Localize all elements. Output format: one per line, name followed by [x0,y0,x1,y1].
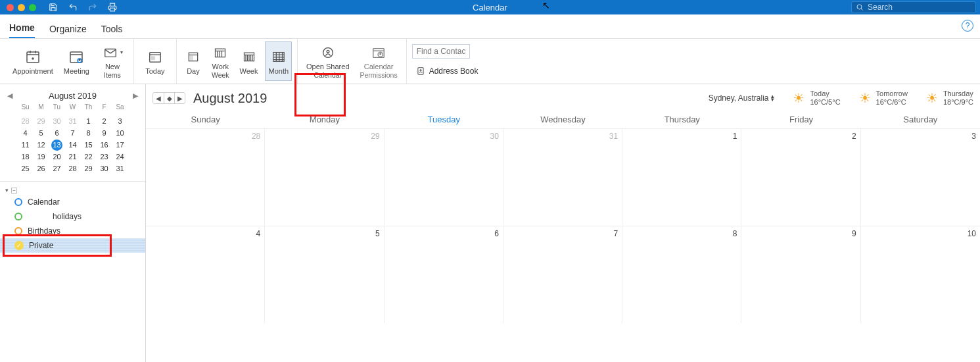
calendar-cell[interactable]: 2 [741,128,860,226]
maximize-window[interactable] [29,4,36,11]
search-input[interactable] [866,2,965,13]
print-icon[interactable] [107,2,118,13]
new-items-button[interactable]: ▾ New Items [97,41,128,81]
calendar-cell[interactable]: 7 [503,226,622,323]
mini-day[interactable]: 1 [81,115,97,127]
mini-day[interactable]: 5 [34,127,49,139]
week-view-button[interactable]: Week [237,41,262,81]
weather-location[interactable]: Sydney, Australia▴▾ [709,93,775,103]
weather-day[interactable]: ☀Today16°C/5°C [793,90,840,107]
mini-next-month[interactable]: ▶ [131,91,140,100]
meeting-button[interactable]: Meeting [60,41,93,81]
calendar-list-item[interactable]: Birthdays [0,224,145,238]
weather-day[interactable]: ☀Tomorrow16°C/6°C [859,90,908,107]
month-today-dot[interactable]: ◆ [164,93,174,103]
tab-organize[interactable]: Organize [49,24,87,38]
month-view-button[interactable]: Month [265,41,292,81]
mini-day[interactable]: 26 [34,163,49,174]
mini-day[interactable]: 18 [18,151,34,163]
day-view-button[interactable]: Day [182,41,204,81]
mini-day[interactable]: 31 [112,163,128,174]
mini-day[interactable]: 13 [49,139,65,151]
mini-day[interactable]: 27 [49,163,65,174]
mini-day[interactable]: 12 [34,139,49,151]
calendar-group-toggle[interactable]: ▾− [0,186,145,195]
calendar-cell[interactable]: 8 [622,226,741,323]
calendar-cell[interactable]: 4 [146,226,265,323]
mini-day[interactable]: 28 [65,163,81,174]
calendar-list-item[interactable]: holidays [0,209,145,224]
calendar-list-item[interactable]: ✓Private [0,238,145,253]
calendar-cell[interactable]: 28 [146,128,265,226]
tab-home[interactable]: Home [9,22,35,38]
calendar-cell[interactable]: 31 [503,128,622,226]
open-shared-calendar-button[interactable]: Open Shared Calendar [303,41,352,81]
cell-date: 31 [507,132,618,141]
mini-day[interactable]: 22 [81,151,97,163]
cell-date: 8 [626,229,737,238]
mini-day[interactable]: 15 [81,139,97,151]
mini-day[interactable]: 29 [34,115,49,127]
search-box[interactable] [851,1,976,13]
today-button[interactable]: Today [139,41,171,81]
calendar-cell[interactable]: 6 [385,226,503,323]
title-bar: Calendar ↖ [0,0,980,14]
close-window[interactable] [7,4,14,11]
envelope-icon [102,45,119,60]
window-controls [0,4,36,11]
svg-point-7 [32,58,34,59]
mini-day[interactable]: 16 [97,139,112,151]
help-button[interactable]: ? [962,20,973,32]
calendar-cell[interactable]: 3 [861,128,980,226]
mini-day[interactable]: 3 [112,115,128,127]
tab-tools[interactable]: Tools [101,24,123,38]
window-title: Calendar [473,3,507,13]
calendar-cell[interactable]: 1 [622,128,741,226]
calendar-main: ◀ ◆ ▶ August 2019 Sydney, Australia▴▾ ☀T… [146,84,980,362]
calendar-cell[interactable]: 10 [861,226,980,323]
mini-day[interactable]: 30 [49,115,65,127]
calendar-list-item[interactable]: Calendar [0,195,145,209]
undo-icon[interactable] [68,2,78,13]
mini-day[interactable]: 17 [112,139,128,151]
work-week-button[interactable]: Work Week [208,41,233,81]
mini-day[interactable]: 19 [34,151,49,163]
calendar-cell[interactable]: 5 [265,226,384,323]
mini-day[interactable]: 7 [65,127,81,139]
calendar-cell[interactable]: 30 [385,128,503,226]
weekday-header: Sunday [146,111,265,128]
calendar-cell[interactable]: 9 [741,226,860,323]
mini-dow: Tu [49,103,65,115]
mini-day[interactable]: 2 [97,115,112,127]
svg-rect-19 [216,49,225,57]
chevron-updown-icon: ▴▾ [771,95,774,102]
mini-day[interactable]: 21 [65,151,81,163]
save-icon[interactable] [48,2,58,13]
mini-day[interactable]: 10 [112,127,128,139]
mini-day[interactable]: 30 [97,163,112,174]
appointment-button[interactable]: Appointment [9,41,57,81]
month-prev[interactable]: ◀ [153,93,164,103]
mini-day[interactable]: 25 [18,163,34,174]
minimize-window[interactable] [18,4,25,11]
mini-day[interactable]: 31 [65,115,81,127]
mini-day[interactable]: 4 [18,127,34,139]
mini-day[interactable]: 11 [18,139,34,151]
address-book-button[interactable]: Address Book [412,64,482,78]
mini-day[interactable]: 29 [81,163,97,174]
calendar-cell[interactable]: 29 [265,128,384,226]
mini-day[interactable]: 14 [65,139,81,151]
mini-prev-month[interactable]: ◀ [5,91,14,100]
find-contact-input[interactable] [412,44,470,59]
weather-day[interactable]: ☀Thursday18°C/9°C [926,90,973,107]
mini-day[interactable]: 20 [49,151,65,163]
redo-icon[interactable] [87,2,98,13]
month-next[interactable]: ▶ [174,93,185,103]
mini-day[interactable]: 23 [97,151,112,163]
calendar-permissions-button[interactable]: Calendar Permissions [357,41,401,81]
mini-day[interactable]: 6 [49,127,65,139]
mini-day[interactable]: 28 [18,115,34,127]
mini-day[interactable]: 8 [81,127,97,139]
mini-day[interactable]: 24 [112,151,128,163]
mini-day[interactable]: 9 [97,127,112,139]
